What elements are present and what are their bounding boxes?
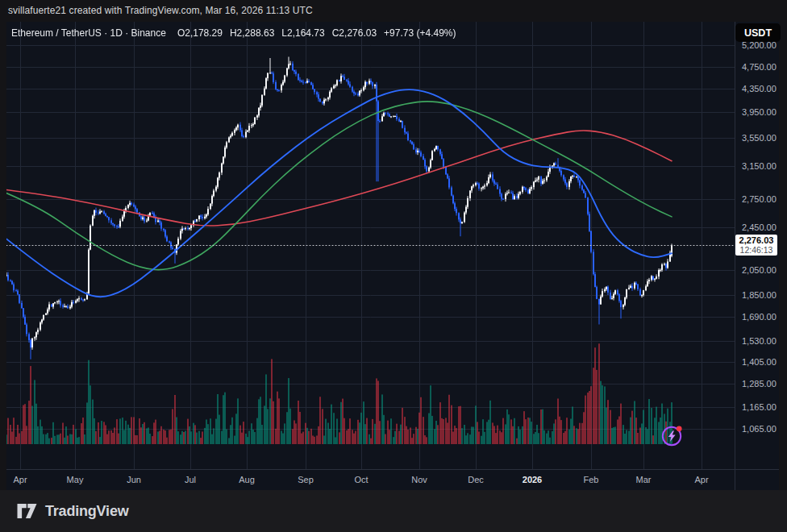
time-tick-label: 2026 [523, 475, 542, 484]
last-price-value: 2,276.03 [739, 235, 774, 245]
price-tick-label: 3,150.00 [742, 161, 777, 171]
ohlc-close: C2,276.03 [332, 27, 377, 39]
alert-lightning-button[interactable] [660, 424, 685, 448]
price-tick-label: 4,350.00 [742, 84, 777, 94]
price-tick-label: 2,750.00 [742, 194, 777, 204]
price-tick-label: 2,450.00 [742, 222, 777, 232]
time-tick-label: Mar [636, 475, 652, 484]
time-axis[interactable]: AprMayJunJulAugSepOctNovDec2026FebMarApr [6, 469, 779, 491]
symbol-title[interactable]: Ethereum / TetherUS · 1D · Binance [11, 27, 166, 39]
symbol-header: Ethereum / TetherUS · 1D · Binance O2,17… [11, 26, 464, 40]
time-tick-label: Sep [298, 475, 314, 484]
time-tick-label: Oct [354, 475, 368, 484]
price-tick-label: 2,050.00 [742, 265, 777, 275]
time-tick-label: Feb [584, 475, 599, 484]
time-tick-label: Apr [694, 475, 708, 484]
tradingview-logo-icon[interactable] [16, 501, 38, 521]
bar-countdown: 12:46:13 [740, 245, 773, 255]
lightning-bolt-icon [668, 430, 676, 442]
price-tick-label: 1,850.00 [742, 290, 777, 300]
attribution-text: svillafuerte21 created with TradingView.… [8, 5, 313, 16]
price-tick-label: 3,550.00 [742, 133, 777, 143]
price-chart-canvas[interactable] [6, 22, 735, 469]
time-tick-label: Jun [127, 475, 141, 484]
price-tick-label: 1,165.00 [742, 402, 777, 412]
time-tick-label: Aug [239, 475, 255, 484]
price-axis[interactable]: 2,276.03 12:46:13 5,200.004,750.004,350.… [735, 22, 779, 469]
time-tick-label: Apr [13, 475, 27, 484]
time-tick-label: Dec [468, 475, 484, 484]
time-tick-label: Jul [185, 475, 196, 484]
price-tick-label: 1,405.00 [742, 357, 777, 367]
page-frame: svillafuerte21 created with TradingView.… [0, 0, 787, 532]
last-price-label[interactable]: 2,276.03 12:46:13 [735, 235, 777, 256]
tradingview-wordmark[interactable]: TradingView [45, 503, 129, 520]
price-tick-label: 4,750.00 [742, 62, 777, 72]
ohlc-high: H2,288.63 [230, 27, 274, 39]
time-tick-label: May [67, 475, 84, 484]
notification-dot [677, 426, 682, 431]
price-tick-label: 1,285.00 [742, 379, 777, 389]
tradingview-screenshot: { "attribution": "svillafuerte21 created… [0, 0, 787, 532]
price-tick-label: 1,530.00 [742, 336, 777, 346]
time-tick-label: Nov [411, 475, 427, 484]
price-tick-label: 3,950.00 [742, 107, 777, 117]
price-tick-label: 1,065.00 [742, 424, 777, 434]
chart-widget: Ethereum / TetherUS · 1D · Binance O2,17… [6, 22, 779, 490]
bottom-brand-bar: TradingView [0, 490, 787, 532]
price-tick-label: 1,690.00 [742, 312, 777, 322]
ohlc-open: O2,178.29 [177, 27, 223, 39]
ohlc-change: +97.73 (+4.49%) [384, 27, 456, 39]
ohlc-low: L2,164.73 [281, 27, 324, 39]
currency-toggle-button[interactable]: USDT [735, 23, 781, 42]
